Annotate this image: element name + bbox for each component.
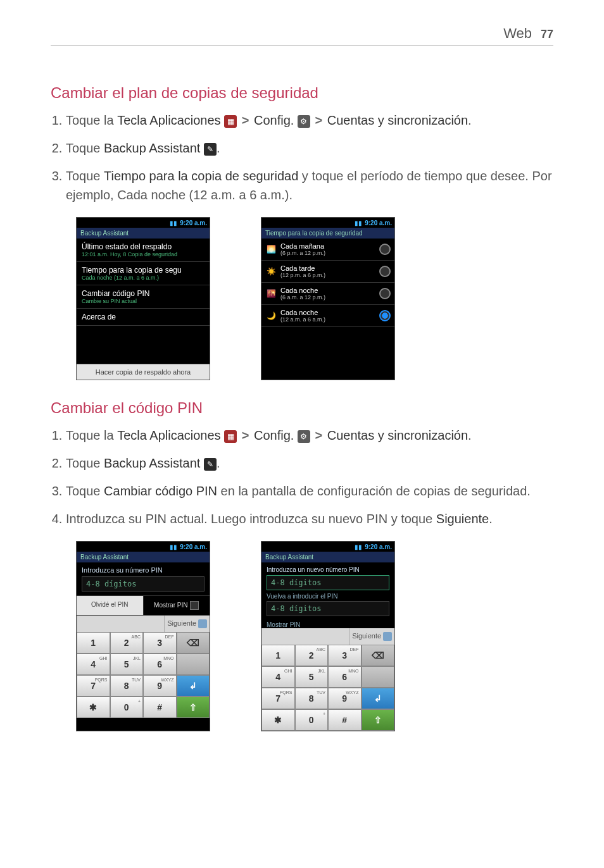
prompt-label: Introduzca su número PIN — [82, 566, 204, 574]
signal-icon: ▮▮ — [170, 220, 177, 226]
signal-icon: ▮▮ — [355, 220, 362, 226]
option-subtitle: (6 p.m. a 12 p.m.) — [280, 250, 375, 256]
screen-title: Backup Assistant — [261, 552, 394, 562]
radio-option[interactable]: ☀️Cada tarde(12 p.m. a 6 p.m.) — [261, 261, 394, 283]
section2-steps: Toque la Tecla Aplicaciones ▦ > Config. … — [51, 426, 553, 528]
keypad-key[interactable]: 3DEF — [143, 632, 177, 654]
prompt-label: Vuelva a introducir el PIN — [261, 592, 394, 600]
pin-input[interactable]: 4-8 dígitos — [82, 576, 204, 592]
backup-assistant-icon: ✎ — [204, 143, 217, 156]
step: Toque Backup Assistant ✎. — [66, 454, 553, 473]
keypad-key[interactable] — [177, 632, 210, 654]
list-item[interactable]: Último estado del respaldo12:01 a.m. Hoy… — [77, 239, 210, 262]
keypad-key[interactable]: 0+ — [110, 697, 144, 718]
radio-option[interactable]: 🌙Cada noche(12 a.m. a 6 a.m.) — [261, 305, 394, 327]
keypad-key[interactable]: 7PQRS — [77, 675, 110, 697]
item-subtitle: Cada noche (12 a.m. a 6 a.m.) — [82, 275, 204, 281]
keypad-key[interactable]: 5JKL — [110, 654, 144, 675]
keypad-key[interactable] — [177, 675, 210, 697]
time-icon: 🌅 — [265, 244, 277, 255]
option-title: Cada noche — [280, 309, 375, 316]
keypad-key[interactable]: 1 — [77, 632, 110, 654]
item-subtitle: Cambie su PIN actual — [82, 298, 204, 304]
keypad-key[interactable]: 2ABC — [110, 632, 144, 654]
section1-steps: Toque la Tecla Aplicaciones ▦ > Config. … — [51, 111, 553, 204]
item-title: Acerca de — [82, 313, 204, 321]
step: Introduzca su PIN actual. Luego introduz… — [66, 509, 553, 528]
radio-icon — [379, 244, 391, 255]
forgot-pin-button[interactable]: Olvidé el PIN — [77, 596, 143, 615]
prompt-label: Introduzca un nuevo número PIN — [267, 566, 389, 573]
keypad-key[interactable]: 6MNO — [328, 666, 362, 688]
step: Toque la Tecla Aplicaciones ▦ > Config. … — [66, 426, 553, 445]
keypad-key[interactable] — [177, 697, 210, 718]
keypad-key[interactable]: 8TUV — [110, 675, 144, 697]
keypad-key[interactable]: 7PQRS — [261, 688, 295, 709]
radio-option[interactable]: 🌅Cada mañana(6 p.m. a 12 p.m.) — [261, 239, 394, 261]
arrow-icon — [198, 619, 207, 628]
screen-title: Backup Assistant — [77, 228, 210, 239]
screen-title: Tiempo para la copia de seguridad — [261, 228, 394, 239]
option-subtitle: (12 a.m. a 6 a.m.) — [280, 316, 375, 323]
keypad-key[interactable]: 4GHI — [261, 666, 295, 688]
list-item[interactable]: Cambiar código PINCambie su PIN actual — [77, 285, 210, 309]
item-subtitle: 12:01 a.m. Hoy, 8 Copia de seguridad — [82, 251, 204, 257]
signal-icon: ▮▮ — [355, 543, 362, 550]
keypad-key[interactable]: 6MNO — [143, 654, 177, 675]
backup-assistant-icon: ✎ — [204, 458, 217, 471]
screenshot-new-pin: ▮▮9:20 a.m. Backup Assistant Introduzca … — [261, 541, 395, 731]
keypad-key[interactable]: 1 — [261, 645, 295, 666]
keypad-key[interactable] — [362, 666, 395, 688]
confirm-pin-input[interactable]: 4-8 dígitos — [267, 601, 389, 616]
item-title: Tiempo para la copia de segu — [82, 266, 204, 275]
next-button[interactable]: Siguiente — [164, 616, 210, 632]
radio-option[interactable]: 🌇Cada noche(6 a.m. a 12 p.m.) — [261, 283, 394, 305]
keypad-key[interactable]: ✱ — [261, 709, 295, 731]
keypad-key[interactable]: 5JKL — [295, 666, 329, 688]
list-item[interactable]: Tiempo para la copia de seguCada noche (… — [77, 262, 210, 285]
keypad-key[interactable] — [362, 645, 395, 666]
header-page-number: 77 — [541, 28, 553, 41]
header-section: Web — [503, 25, 532, 42]
keypad-key[interactable]: ✱ — [77, 697, 110, 718]
keypad-key[interactable]: 3DEF — [328, 645, 362, 666]
numeric-keypad: 12ABC3DEF4GHI5JKL6MNO7PQRS8TUV9WXYZ✱0+# — [77, 632, 210, 718]
apps-icon: ▦ — [224, 430, 237, 443]
keypad-key[interactable] — [362, 688, 395, 709]
keypad-key[interactable]: 9WXYZ — [143, 675, 177, 697]
time-icon: 🌙 — [265, 310, 277, 321]
show-pin-toggle[interactable]: Mostrar PIN — [261, 620, 394, 628]
step: Toque Tiempo para la copia de seguridad … — [66, 166, 553, 204]
screenshot-enter-pin: ▮▮9:20 a.m. Backup Assistant Introduzca … — [76, 541, 210, 731]
radio-icon — [379, 288, 391, 299]
keypad-key[interactable]: 2ABC — [295, 645, 329, 666]
option-subtitle: (6 a.m. a 12 p.m.) — [280, 294, 375, 301]
status-bar: ▮▮9:20 a.m. — [261, 218, 394, 228]
step: Toque la Tecla Aplicaciones ▦ > Config. … — [66, 111, 553, 130]
radio-icon — [379, 310, 391, 321]
list-item[interactable]: Acerca de — [77, 309, 210, 326]
keypad-key[interactable]: # — [328, 709, 362, 731]
step: Toque Backup Assistant ✎. — [66, 139, 553, 158]
signal-icon: ▮▮ — [170, 543, 177, 550]
keypad-key[interactable] — [177, 654, 210, 675]
apps-icon: ▦ — [224, 115, 237, 128]
option-title: Cada noche — [280, 287, 375, 294]
keypad-key[interactable]: # — [143, 697, 177, 718]
status-bar: ▮▮9:20 a.m. — [77, 542, 210, 552]
time-icon: 🌇 — [265, 288, 277, 299]
keypad-key[interactable]: 9WXYZ — [328, 688, 362, 709]
arrow-icon — [383, 632, 392, 641]
backup-now-button[interactable]: Hacer copia de respaldo ahora — [77, 364, 210, 380]
keypad-key[interactable] — [362, 709, 395, 731]
checkbox-icon — [190, 601, 199, 610]
keypad-key[interactable]: 8TUV — [295, 688, 329, 709]
section2-heading: Cambiar el código PIN — [51, 399, 553, 417]
status-bar: ▮▮9:20 a.m. — [261, 542, 394, 552]
next-button[interactable]: Siguiente — [349, 628, 394, 645]
new-pin-input[interactable]: 4-8 dígitos — [267, 575, 389, 590]
keypad-key[interactable]: 4GHI — [77, 654, 110, 675]
show-pin-toggle[interactable]: Mostrar PIN — [143, 596, 210, 615]
keypad-key[interactable]: 0+ — [295, 709, 329, 731]
step: Toque Cambiar código PIN en la pantalla … — [66, 481, 553, 500]
